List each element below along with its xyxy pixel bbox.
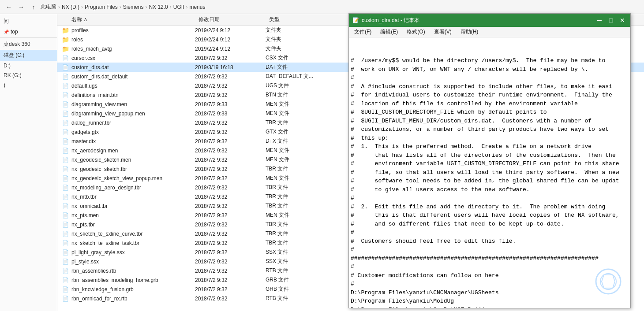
col-header-name[interactable]: 名称 ∧ <box>57 16 198 23</box>
file-icon-generic: 📄 <box>61 267 70 274</box>
file-date: 2018/7/2 9:33 <box>195 111 266 117</box>
notepad-line: # file, so that all users will load the … <box>351 168 629 177</box>
notepad-line: # A #include construct is supported to i… <box>351 82 629 91</box>
folder-icon: 📁 <box>61 45 70 52</box>
breadcrumb-programfiles[interactable]: Program Files <box>85 4 118 10</box>
file-icon-generic: 📄 <box>61 184 70 191</box>
menu-format[interactable]: 格式(O) <box>403 27 428 37</box>
notepad-line: # $UGII_DEFAULT_MENU_DIR/custom_dirs.dat… <box>351 117 629 126</box>
file-icon-generic: 📄 <box>61 212 70 219</box>
sidebar-item-ddrive[interactable]: D:) <box>0 61 57 70</box>
pin-icon: 📌 <box>4 30 9 34</box>
file-name: nx_pts.men <box>71 212 195 218</box>
toolbar: ← → ↑ 此电脑 › NX (D:) › Program Files › Si… <box>0 0 644 14</box>
notepad-line: # <box>351 194 629 203</box>
file-icon-generic: 📄 <box>61 64 70 71</box>
sidebar-item-top[interactable]: 📌 top <box>0 27 57 37</box>
file-type: DAT 文件 <box>266 63 336 71</box>
sidebar-label-ddrive: D:) <box>4 63 11 69</box>
file-name: default.ugs <box>71 83 195 89</box>
sidebar-item-cdrive[interactable]: 磁盘 (C:) <box>0 50 57 61</box>
file-type: GTX 文件 <box>266 128 336 136</box>
file-icon-generic: 📄 <box>61 166 70 173</box>
sidebar-item-gdrive[interactable]: RK (G:) <box>0 70 57 80</box>
menu-help[interactable]: 帮助(H) <box>457 27 482 37</box>
notepad-line: D:\Program Files\yanxiu\MoldUg <box>351 297 629 306</box>
file-date: 2019/2/24 9:12 <box>195 27 266 33</box>
file-date: 2018/7/2 9:32 <box>195 74 266 80</box>
notepad-menubar: 文件(F) 编辑(E) 格式(O) 查看(V) 帮助(H) <box>349 27 630 37</box>
notepad-window: 📝 custom_dirs.dat - 记事本 ─ □ ✕ 文件(F) 编辑(E… <box>348 13 631 308</box>
notepad-line: # <box>351 228 629 237</box>
file-icon-generic: 📄 <box>61 249 70 256</box>
maximize-button[interactable]: □ <box>607 16 615 25</box>
file-date: 2018/7/2 9:32 <box>195 83 266 89</box>
file-icon-generic: 📄 <box>61 156 70 163</box>
file-date: 2018/7/2 9:32 <box>195 194 266 200</box>
notepad-line: # <box>351 74 629 82</box>
file-date: 2018/7/2 9:32 <box>195 240 266 246</box>
file-icon-generic: 📄 <box>61 119 70 126</box>
close-button[interactable]: ✕ <box>618 16 627 25</box>
breadcrumb-nx12[interactable]: NX 12.0 <box>149 4 168 10</box>
notepad-line: # Customer modifications can follow on h… <box>351 271 629 280</box>
file-type: 文件夹 <box>266 26 336 34</box>
file-date: 2018/7/2 9:32 <box>195 203 266 209</box>
forward-button[interactable]: → <box>16 2 26 12</box>
sidebar-label-desk360: 桌desk 360 <box>4 41 30 48</box>
file-date: 2019/2/24 9:12 <box>195 46 266 52</box>
breadcrumb-computer[interactable]: 此电脑 <box>41 3 56 11</box>
file-date: 2018/7/2 9:32 <box>195 157 266 163</box>
file-name: nx_mtb.tbr <box>71 194 195 200</box>
file-type: GRB 文件 <box>266 276 336 284</box>
up-button[interactable]: ↑ <box>28 2 39 12</box>
breadcrumb-nx[interactable]: NX (D:) <box>62 4 79 10</box>
sidebar-item-desk360[interactable]: 桌desk 360 <box>0 39 57 50</box>
file-date: 2018/7/2 9:32 <box>195 286 266 292</box>
notepad-content[interactable]: # /users/my$$ would be the directory /us… <box>349 37 630 308</box>
sidebar-label-item5: ) <box>4 82 5 88</box>
minimize-button[interactable]: ─ <box>595 16 604 25</box>
breadcrumb-siemens[interactable]: Siemens <box>123 4 144 10</box>
file-date: 2019/2/24 9:12 <box>195 37 266 43</box>
svg-marker-2 <box>602 275 615 288</box>
file-name: nx_omnicad.tbr <box>71 203 195 209</box>
breadcrumb-ugii[interactable]: UGII <box>173 4 184 10</box>
sidebar-item-search[interactable]: 问 <box>0 16 57 27</box>
breadcrumb-menus[interactable]: menus <box>189 4 205 10</box>
file-icon-generic: 📄 <box>61 147 70 154</box>
file-date: 2018/7/2 9:33 <box>195 101 266 107</box>
menu-edit[interactable]: 编辑(E) <box>377 27 401 37</box>
file-type: TBR 文件 <box>266 221 336 228</box>
file-date: 2018/7/2 9:32 <box>195 129 266 135</box>
notepad-line: # customizations, or a number of third p… <box>351 125 629 134</box>
col-header-date[interactable]: 修改日期 <box>198 16 269 23</box>
file-type: MEN 文件 <box>266 100 336 108</box>
notepad-line: # <box>351 263 629 271</box>
file-type: SSX 文件 <box>266 258 336 265</box>
notepad-line: # 1. This is the preferred method. Creat… <box>351 142 629 151</box>
notepad-titlebar: 📝 custom_dirs.dat - 记事本 ─ □ ✕ <box>349 14 630 27</box>
file-name: nx_geodesic_sketch_view_popup.men <box>71 175 195 181</box>
menu-view[interactable]: 查看(V) <box>431 27 455 37</box>
file-name: nx_pts.tbr <box>71 222 195 228</box>
col-header-type[interactable]: 类型 <box>269 16 340 23</box>
file-type: SSX 文件 <box>266 248 336 256</box>
notepad-line: # for individual users to customize thei… <box>351 91 629 100</box>
back-button[interactable]: ← <box>4 2 14 12</box>
menu-file[interactable]: 文件(F) <box>351 27 375 37</box>
file-icon-generic: 📄 <box>61 277 70 284</box>
file-date: 2018/7/2 9:32 <box>195 92 266 98</box>
notepad-line: # <box>351 280 629 289</box>
file-name: nx_sketch_te_sxline_task.tbr <box>71 240 195 246</box>
file-type: TBR 文件 <box>266 230 336 237</box>
file-name: master.dtx <box>71 138 195 144</box>
file-name: nx_aerodesign.men <box>71 148 195 154</box>
file-icon-generic: 📄 <box>61 286 70 293</box>
notepad-line: # to give all users access to the new so… <box>351 185 629 194</box>
notepad-line: # this is that different users will have… <box>351 211 629 220</box>
file-date: 2018/7/2 9:32 <box>195 231 266 237</box>
file-name: rbn_assemblies.rtb <box>71 268 195 274</box>
sidebar-item-item5[interactable]: ) <box>0 80 57 90</box>
file-name: nx_modeling_aero_design.tbr <box>71 185 195 191</box>
